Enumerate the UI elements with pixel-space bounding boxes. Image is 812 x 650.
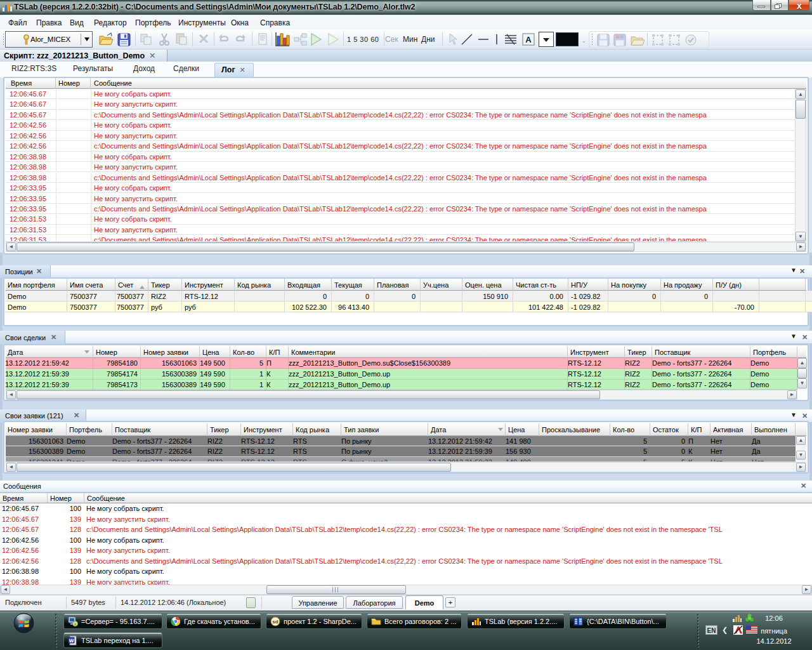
svg-text:A: A	[525, 35, 532, 44]
svg-text:W: W	[69, 638, 74, 644]
svg-text:x: x	[74, 622, 76, 626]
svg-text:sd: sd	[272, 619, 278, 625]
